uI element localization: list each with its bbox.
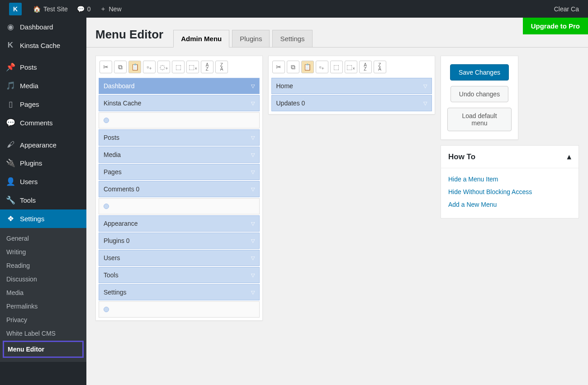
undo-changes-button[interactable]: Undo changes [450, 86, 508, 102]
chevron-down-icon: ▽ [251, 152, 255, 158]
delete-button[interactable]: ⬚ₓ [345, 61, 357, 73]
admin-bar-site[interactable]: 🏠 Test Site [28, 0, 72, 18]
new-menu-button[interactable]: ▫₊ [143, 61, 156, 73]
sub-toolbar: ✂ ⧉ 📋 ▫₊ ⬚ ⬚ₓ AZ ZA [271, 59, 432, 78]
home-icon: 🏠 [33, 5, 41, 13]
chevron-down-icon: ▽ [251, 100, 255, 106]
sub-item-discussion[interactable]: Discussion [0, 272, 86, 286]
sort-desc-button[interactable]: ZA [215, 61, 228, 73]
new-label: New [109, 5, 122, 13]
label: Users [20, 178, 38, 185]
sub-item-reading[interactable]: Reading [0, 259, 86, 272]
new-item-button[interactable]: ▫₊ [316, 61, 328, 73]
sidebar-item-users[interactable]: 👤Users [0, 172, 86, 191]
sub-item-media[interactable]: Media [0, 286, 86, 299]
save-changes-button[interactable]: Save Changes [450, 64, 509, 81]
label: Tools [20, 196, 36, 204]
menu-separator[interactable] [99, 301, 260, 318]
separator-handle-icon [104, 307, 109, 312]
submenu-item-row[interactable]: Updates 0▽ [271, 95, 432, 111]
tools-icon: 🔧 [5, 195, 15, 205]
chevron-down-icon: ▽ [251, 272, 255, 278]
menu-item-label: Kinsta Cache [104, 100, 141, 107]
menu-item-row[interactable]: Kinsta Cache▽ [99, 95, 260, 111]
menu-item-row[interactable]: Settings▽ [99, 284, 260, 300]
paste-button[interactable]: 📋 [128, 61, 141, 73]
howto-body: Hide a Menu Item Hide Without Blocking A… [441, 168, 579, 218]
menu-item-row[interactable]: Pages▽ [99, 164, 260, 180]
admin-bar-clear-cache[interactable]: Clear Ca [550, 0, 583, 18]
sidebar-item-pages[interactable]: ▯Pages [0, 95, 86, 114]
dashboard-icon: ◉ [5, 22, 15, 32]
sidebar-item-tools[interactable]: 🔧Tools [0, 191, 86, 209]
label: Media [20, 82, 38, 90]
howto-link[interactable]: Hide a Menu Item [448, 173, 571, 185]
sort-desc-button[interactable]: ZA [374, 61, 386, 73]
upgrade-button[interactable]: Upgrade to Pro [523, 18, 588, 34]
sidebar-submenu-settings: General Writing Reading Discussion Media… [0, 228, 86, 329]
howto-header[interactable]: How To ▴ [441, 146, 579, 168]
sidebar-item-appearance[interactable]: 🖌Appearance [0, 136, 86, 154]
admin-bar-logo[interactable]: K [5, 0, 28, 18]
appearance-icon: 🖌 [5, 140, 15, 149]
sidebar-item-dashboard[interactable]: ◉Dashboard [0, 18, 86, 36]
load-default-button[interactable]: Load default menu [447, 108, 512, 131]
chevron-down-icon: ▽ [423, 83, 427, 89]
paste-button[interactable]: 📋 [301, 61, 314, 73]
sidebar-item-kinsta-cache[interactable]: KKinsta Cache [0, 36, 86, 54]
submenu-item-label: Updates 0 [276, 100, 305, 107]
sub-item-white-label-cms[interactable]: White Label CMS [0, 327, 86, 329]
menu-item-label: Comments 0 [104, 185, 139, 193]
admin-bar-new[interactable]: ＋ New [95, 0, 126, 18]
sort-asc-button[interactable]: AZ [359, 61, 372, 73]
menu-item-row[interactable]: Comments 0▽ [99, 181, 260, 197]
right-column: Save Changes Undo changes Load default m… [441, 56, 579, 219]
editor-area: ✂ ⧉ 📋 ▫₊ ◌₊ ⬚ ⬚ₓ AZ ZA Dashboard▽Kinsta … [86, 48, 588, 329]
delete-button[interactable]: ⬚ₓ [186, 61, 199, 73]
menu-item-row[interactable]: Plugins 0▽ [99, 233, 260, 249]
sidebar-item-posts[interactable]: 📌Posts [0, 58, 86, 76]
label: Kinsta Cache [20, 42, 60, 49]
sidebar-item-settings[interactable]: ❖Settings [0, 209, 86, 228]
cut-button[interactable]: ✂ [272, 61, 285, 73]
sub-item-privacy[interactable]: Privacy [0, 313, 86, 327]
menu-item-row[interactable]: Dashboard▽ [99, 78, 260, 94]
page-header: Menu Editor Admin Menu Plugins Settings [86, 18, 588, 48]
sub-item-permalinks[interactable]: Permalinks [0, 299, 86, 313]
sort-asc-button[interactable]: AZ [201, 61, 213, 73]
cut-button[interactable]: ✂ [100, 61, 112, 73]
sidebar-item-comments[interactable]: 💬Comments [0, 114, 86, 132]
admin-bar: K 🏠 Test Site 💬 0 ＋ New Clear Ca [0, 0, 588, 18]
menu-item-row[interactable]: Media▽ [99, 147, 260, 163]
menu-item-row[interactable]: Appearance▽ [99, 215, 260, 232]
howto-link[interactable]: Add a New Menu [448, 198, 571, 211]
new-separator-button[interactable]: ◌₊ [157, 61, 170, 73]
hide-button[interactable]: ⬚ [172, 61, 185, 73]
menu-item-label: Media [104, 151, 121, 158]
main-menu-list: Dashboard▽Kinsta Cache▽Posts▽Media▽Pages… [99, 78, 260, 318]
label: Appearance [20, 141, 57, 149]
howto-link[interactable]: Hide Without Blocking Access [448, 185, 571, 198]
tab-plugins[interactable]: Plugins [232, 30, 270, 47]
menu-item-row[interactable]: Posts▽ [99, 129, 260, 146]
sidebar-item-media[interactable]: 🎵Media [0, 76, 86, 95]
submenu-item-row[interactable]: Home▽ [271, 78, 432, 94]
hide-button[interactable]: ⬚ [330, 61, 343, 73]
copy-button[interactable]: ⧉ [114, 61, 127, 73]
sidebar-item-plugins[interactable]: 🔌Plugins [0, 154, 86, 172]
separator-handle-icon [104, 118, 109, 123]
tab-admin-menu[interactable]: Admin Menu [173, 30, 229, 48]
menu-separator[interactable] [99, 198, 260, 214]
tab-settings[interactable]: Settings [272, 30, 312, 47]
admin-bar-comments[interactable]: 💬 0 [72, 0, 95, 18]
sub-item-writing[interactable]: Writing [0, 245, 86, 259]
chevron-down-icon: ▽ [251, 135, 255, 141]
sub-item-general[interactable]: General [0, 232, 86, 245]
copy-button[interactable]: ⧉ [287, 61, 299, 73]
menu-separator[interactable] [99, 112, 260, 128]
menu-item-label: Users [104, 254, 120, 261]
chevron-down-icon: ▽ [251, 186, 255, 192]
menu-item-row[interactable]: Tools▽ [99, 267, 260, 283]
menu-item-row[interactable]: Users▽ [99, 250, 260, 266]
kinsta-icon: K [5, 41, 15, 50]
